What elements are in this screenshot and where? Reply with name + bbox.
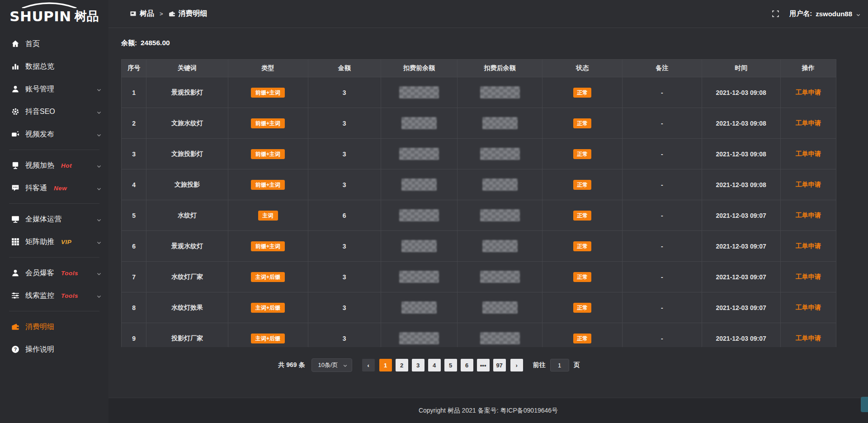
cell-index: 4 [122, 169, 146, 200]
nav-tag: Tools [61, 270, 78, 277]
type-badge: 主词+后缀 [251, 334, 285, 343]
consume-table: 序号关键词类型金额扣费前余额扣费后余额状态备注时间操作 1 景观投影灯 前缀+主… [121, 59, 836, 347]
topbar: 树品 > 消费明细 用户名: zswodun88 [108, 0, 868, 28]
blurred-balance-after [480, 332, 520, 344]
page-buttons: 123456•••97 [379, 359, 506, 371]
breadcrumb-item-app[interactable]: 树品 [140, 9, 154, 19]
sidebar-item-douyin-seo[interactable]: 抖音SEO [0, 100, 108, 123]
sidebar-item-video-heat[interactable]: 视频加热 Hot [0, 154, 108, 177]
sidebar-item-video-publish[interactable]: 视频发布 [0, 123, 108, 146]
page-button-4[interactable]: 4 [428, 359, 441, 371]
column-header: 关键词 [146, 60, 228, 77]
status-badge: 正常 [573, 272, 591, 282]
sidebar-item-matrix-boost[interactable]: 矩阵助推 VIP [0, 230, 108, 253]
chevron-down-icon [96, 216, 102, 222]
cell-remark: - [623, 139, 702, 169]
user-menu[interactable]: 用户名: zswodun88 [789, 9, 861, 18]
cell-index: 5 [122, 200, 146, 231]
ticket-apply-link[interactable]: 工单申请 [796, 242, 821, 249]
table-row: 8 水纹灯效果 主词+后缀 3 正常 - 2021-12-03 09:07 工单… [122, 292, 836, 323]
blurred-balance-after [480, 148, 520, 160]
ticket-apply-link[interactable]: 工单申请 [796, 181, 821, 188]
ticket-apply-link[interactable]: 工单申请 [796, 304, 821, 311]
cell-index: 6 [122, 231, 146, 262]
cell-index: 1 [122, 77, 146, 108]
cell-keyword: 景观水纹灯 [146, 231, 228, 262]
table-row: 9 投影灯厂家 主词+后缀 3 正常 - 2021-12-03 09:07 工单… [122, 323, 836, 348]
side-float-widget[interactable] [861, 397, 868, 412]
sidebar-item-clue-monitor[interactable]: 线索监控 Tools [0, 284, 108, 307]
sidebar-item-member-burst[interactable]: 会员爆客 Tools [0, 262, 108, 284]
ticket-apply-link[interactable]: 工单申请 [796, 89, 821, 96]
ticket-apply-link[interactable]: 工单申请 [796, 119, 821, 127]
goto-label: 前往 [533, 361, 546, 369]
prev-page-button[interactable]: ‹ [362, 359, 375, 371]
column-header: 扣费前余额 [381, 60, 457, 77]
page-button-1[interactable]: 1 [379, 359, 392, 371]
sidebar-item-consume-detail[interactable]: 消费明细 [0, 315, 108, 338]
table-row: 1 景观投影灯 前缀+主词 3 正常 - 2021-12-03 09:08 工单… [122, 77, 836, 108]
column-header: 类型 [228, 60, 308, 77]
cell-amount: 3 [308, 323, 381, 348]
sidebar-item-account-manage[interactable]: 账号管理 [0, 78, 108, 100]
cell-keyword: 文旅投影灯 [146, 139, 228, 169]
cell-remark: - [623, 169, 702, 200]
blurred-balance-after [480, 271, 520, 283]
username: zswodun88 [816, 10, 852, 18]
table-row: 7 水纹灯厂家 主词+后缀 3 正常 - 2021-12-03 09:07 工单… [122, 262, 836, 292]
cell-remark: - [623, 262, 702, 292]
cell-amount: 3 [308, 108, 381, 139]
sidebar-item-home[interactable]: 首页 [0, 33, 108, 55]
ticket-apply-link[interactable]: 工单申请 [796, 150, 821, 157]
page-button-3[interactable]: 3 [412, 359, 425, 371]
status-badge: 正常 [573, 118, 591, 128]
ticket-apply-link[interactable]: 工单申请 [796, 212, 821, 219]
chart-icon [11, 62, 19, 70]
column-header: 时间 [702, 60, 780, 77]
status-badge: 正常 [573, 241, 591, 251]
page-button-2[interactable]: 2 [396, 359, 408, 371]
sidebar-item-douketong[interactable]: 抖客通 New [0, 177, 108, 199]
cell-keyword: 投影灯厂家 [146, 323, 228, 348]
fullscreen-icon[interactable] [772, 10, 779, 18]
table-row: 4 文旅投影 前缀+主词 3 正常 - 2021-12-03 09:08 工单申… [122, 169, 836, 200]
next-page-button[interactable]: › [510, 359, 523, 371]
chevron-down-icon [96, 86, 102, 92]
type-badge: 主词 [258, 211, 278, 221]
user-label: 用户名: [789, 9, 812, 18]
blurred-balance-before [401, 117, 437, 129]
app-root: SHUPIN 树品 首页 数据总览 账号管理 抖音SEO 视频发布 [0, 0, 868, 423]
cell-index: 9 [122, 323, 146, 348]
sidebar-item-media-operation[interactable]: 全媒体运营 [0, 208, 108, 230]
video-icon [11, 130, 19, 138]
goto-suffix: 页 [574, 361, 580, 369]
cell-time: 2021-12-03 09:07 [702, 262, 780, 292]
sidebar-item-data-overview[interactable]: 数据总览 [0, 55, 108, 78]
page-button-97[interactable]: 97 [493, 359, 506, 371]
column-header: 状态 [542, 60, 623, 77]
table-header-row: 序号关键词类型金额扣费前余额扣费后余额状态备注时间操作 [122, 60, 836, 77]
type-badge: 前缀+主词 [251, 88, 285, 98]
goto-page-input[interactable] [550, 359, 569, 371]
blurred-balance-before [401, 240, 437, 252]
cell-index: 2 [122, 108, 146, 139]
status-badge: 正常 [573, 334, 591, 343]
chevron-down-icon [96, 239, 102, 244]
chevron-down-icon [343, 363, 348, 368]
home-icon [11, 40, 19, 48]
page-size-select[interactable]: 10条/页 [311, 358, 352, 372]
cell-time: 2021-12-03 09:08 [702, 77, 780, 108]
gear-icon [11, 108, 19, 116]
cell-amount: 6 [308, 200, 381, 231]
page-button-5[interactable]: 5 [444, 359, 457, 371]
blurred-balance-after [482, 301, 518, 314]
page-button-6[interactable]: 6 [461, 359, 473, 371]
balance-value: 24856.00 [141, 39, 170, 47]
more-pages-button[interactable]: ••• [477, 359, 490, 371]
ticket-apply-link[interactable]: 工单申请 [796, 334, 821, 342]
sidebar-divider [9, 311, 99, 311]
chevron-down-icon [96, 293, 102, 298]
ticket-apply-link[interactable]: 工单申请 [796, 273, 821, 280]
column-header: 操作 [780, 60, 836, 77]
sidebar-item-operation-guide[interactable]: ? 操作说明 [0, 338, 108, 361]
